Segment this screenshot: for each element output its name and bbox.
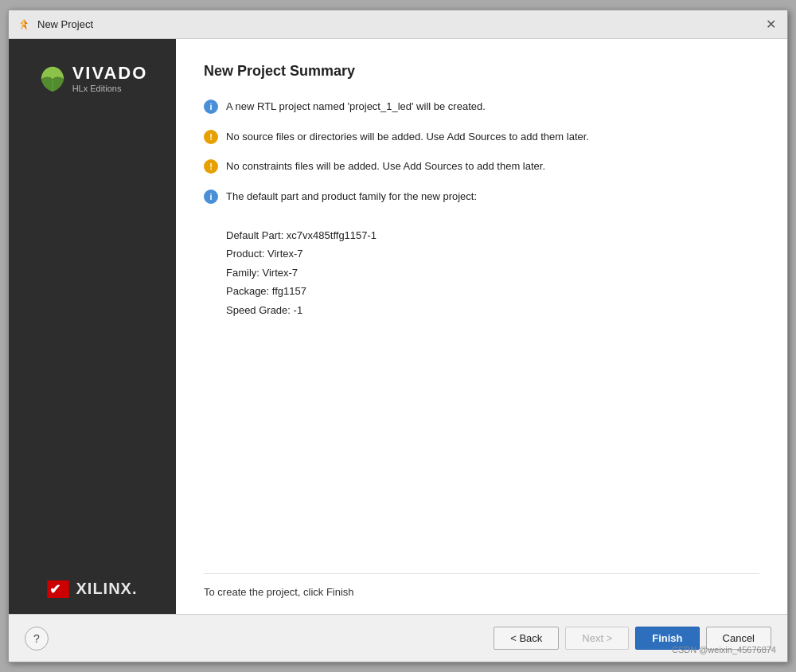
part-header-text: The default part and product family for … (226, 189, 477, 205)
button-bar: ? < Back Next > Finish Cancel (9, 614, 787, 662)
vivado-brand-text: VIVADO (72, 63, 148, 84)
back-button[interactable]: < Back (494, 627, 559, 650)
info-text-1: A new RTL project named 'project_1_led' … (226, 99, 486, 115)
part-details: Default Part: xc7vx485tffg1157-1 Product… (226, 226, 759, 319)
xilinx-icon: ✔ (47, 580, 69, 598)
info-icon-2: i (204, 189, 218, 204)
xilinx-brand-text: XILINX. (76, 580, 137, 598)
window-title: New Project (37, 18, 93, 30)
family: Family: Virtex-7 (226, 264, 759, 282)
svg-text:✔: ✔ (49, 581, 60, 596)
info-icon-1: i (204, 100, 218, 114)
app-icon (17, 18, 31, 32)
close-button[interactable]: ✕ (763, 17, 779, 33)
help-button[interactable]: ? (25, 627, 49, 651)
product: Product: Virtex-7 (226, 244, 759, 263)
sidebar: VIVADO HLx Editions ✔ XILINX. (9, 39, 176, 614)
watermark-text: CSDN @weixin_45676874 (672, 645, 776, 654)
warning-icon-2: ! (204, 159, 218, 174)
content-area: New Project Summary i A new RTL project … (176, 39, 787, 614)
vivado-label (37, 63, 68, 93)
warning-block-1: ! No source files or directories will be… (204, 129, 759, 145)
footer-instruction: To create the project, click Finish (204, 573, 759, 598)
vivado-leaf-icon (37, 63, 68, 93)
hlx-edition-text: HLx Editions (72, 84, 148, 93)
page-title: New Project Summary (204, 63, 759, 80)
next-button: Next > (565, 627, 629, 650)
warning-block-2: ! No constraints files will be added. Us… (204, 158, 759, 174)
warning-text-2: No constraints files will be added. Use … (226, 158, 545, 174)
sidebar-logo: VIVADO HLx Editions (37, 63, 148, 93)
footer-text: To create the project, click Finish (204, 586, 354, 598)
default-part: Default Part: xc7vx485tffg1157-1 (226, 226, 759, 244)
info-block-1: i A new RTL project named 'project_1_led… (204, 99, 759, 115)
xilinx-logo-area: ✔ XILINX. (47, 580, 137, 598)
main-content: VIVADO HLx Editions ✔ XILINX. New Projec… (9, 39, 787, 614)
speed-grade: Speed Grade: -1 (226, 301, 759, 319)
package: Package: ffg1157 (226, 282, 759, 300)
warning-icon-1: ! (204, 130, 218, 144)
titlebar: New Project ✕ (9, 10, 787, 39)
part-info-block: i The default part and product family fo… (204, 189, 759, 205)
warning-text-1: No source files or directories will be a… (226, 129, 589, 145)
